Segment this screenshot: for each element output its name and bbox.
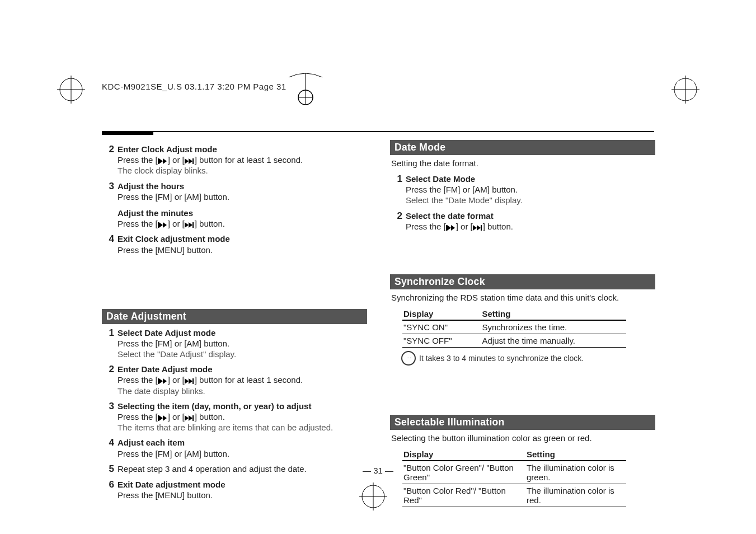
step-number: 3 <box>102 181 114 229</box>
prev-track-icon <box>158 158 168 164</box>
svg-marker-39 <box>473 225 477 231</box>
svg-marker-31 <box>159 415 163 421</box>
illumination-table: DisplaySetting "Button Color Green"/ "Bu… <box>402 448 626 507</box>
table-row: "Button Color Red"/ "Button Red"The illu… <box>402 484 626 507</box>
svg-rect-36 <box>446 225 447 231</box>
svg-marker-22 <box>189 222 192 228</box>
table-cell: Adjust the time manually. <box>481 334 626 347</box>
step-title: Exit Clock adjustment mode <box>118 234 230 243</box>
table-header: Display <box>402 448 525 461</box>
step-title: Select Date Mode <box>406 174 475 184</box>
step-number: 4 <box>102 233 114 255</box>
svg-marker-33 <box>185 415 189 421</box>
prev-track-icon <box>158 378 168 384</box>
svg-rect-12 <box>158 158 159 164</box>
svg-marker-13 <box>159 158 163 164</box>
step-text: Press the [ <box>118 155 158 165</box>
page-number: — 31 — <box>0 466 756 475</box>
right-column: Date Mode Setting the date format. 1 Sel… <box>390 140 655 510</box>
svg-marker-40 <box>477 225 481 231</box>
svg-marker-21 <box>185 222 189 228</box>
section-bar-sel-illum: Selectable Illumination <box>390 415 655 430</box>
note-icon: ⋯ <box>401 351 416 366</box>
step-number: 2 <box>102 364 114 396</box>
svg-marker-16 <box>189 158 192 164</box>
step-2: 2 Enter Clock Adjust mode Press the [] o… <box>102 144 367 176</box>
svg-marker-20 <box>163 222 167 228</box>
step-3: 3 Adjust the hours Press the [FM] or [AM… <box>102 181 367 229</box>
svg-marker-26 <box>163 378 167 384</box>
table-cell: "Button Color Red"/ "Button Red" <box>402 484 525 507</box>
prev-track-icon <box>158 222 168 228</box>
step-title: Select the date format <box>406 211 494 221</box>
step-title: Exit Date adjustment mode <box>118 480 226 489</box>
horizontal-rule <box>102 131 654 132</box>
step-title: Adjust the hours <box>118 181 184 191</box>
next-track-icon <box>473 225 483 231</box>
step-text: ] button. <box>195 412 225 421</box>
section-bar-sync-clock: Synchronize Clock <box>390 274 655 289</box>
svg-rect-41 <box>481 225 482 231</box>
section-desc: Synchronizing the RDS station time data … <box>391 293 655 302</box>
crop-mark-left-icon <box>57 76 85 104</box>
svg-marker-19 <box>159 222 163 228</box>
crop-mark-right-icon <box>672 76 699 104</box>
table-header: Display <box>402 308 481 320</box>
dm-step-1: 1 Select Date Mode Press the [FM] or [AM… <box>390 174 655 206</box>
table-header: Setting <box>525 448 626 461</box>
svg-rect-18 <box>158 222 159 228</box>
page: KDC-M9021SE_U.S 03.1.17 3:20 PM Page 31 … <box>0 0 756 534</box>
step-number: 1 <box>102 327 114 360</box>
step-note: The clock display blinks. <box>118 166 208 175</box>
next-track-icon <box>185 158 195 164</box>
step-text: ] or [ <box>456 222 473 231</box>
step-text: Press the [FM] or [AM] button. <box>118 339 229 348</box>
section-bar-date-mode: Date Mode <box>390 140 655 155</box>
next-track-icon <box>185 415 195 421</box>
step-text: Press the [ <box>118 375 158 385</box>
step-number: 2 <box>102 144 114 176</box>
table-row: "SYNC OFF"Adjust the time manually. <box>402 334 626 347</box>
next-track-icon <box>185 222 195 228</box>
section-bar-date-adjustment: Date Adjustment <box>102 309 367 324</box>
step-title: Adjust each item <box>118 438 185 447</box>
step-number: 6 <box>102 479 114 500</box>
step-subtitle: Adjust the minutes <box>118 208 193 218</box>
step-text: Press the [FM] or [AM] button. <box>406 185 518 194</box>
svg-marker-25 <box>159 378 163 384</box>
step-text: Press the [FM] or [AM] button. <box>118 449 229 458</box>
dm-step-2: 2 Select the date format Press the [] or… <box>390 210 655 232</box>
step-text: ] or [ <box>168 155 185 165</box>
da-step-2: 2 Enter Date Adjust mode Press the [] or… <box>102 364 367 396</box>
step-text: ] button for at least 1 second. <box>195 155 303 165</box>
step-note: Select the "Date Adjust" display. <box>118 349 236 359</box>
svg-rect-29 <box>192 378 194 384</box>
horizontal-rule-accent <box>102 132 153 135</box>
svg-marker-27 <box>185 378 189 384</box>
footnote-text: It takes 3 to 4 minutes to synchronize t… <box>419 354 584 363</box>
next-track-icon <box>185 378 195 384</box>
step-title: Select Date Adjust mode <box>118 328 215 338</box>
step-text: Press the [FM] or [AM] button. <box>118 192 229 202</box>
svg-marker-32 <box>163 415 167 421</box>
prev-track-icon <box>446 225 456 231</box>
step-text: ] or [ <box>168 219 185 228</box>
step-number: 3 <box>102 401 114 433</box>
section-desc: Setting the date format. <box>391 158 655 168</box>
step-title: Selecting the item (day, month, or year)… <box>118 401 311 411</box>
section-desc: Selecting the button illumination color … <box>391 433 655 443</box>
prev-track-icon <box>158 415 168 421</box>
step-number: 2 <box>390 210 402 232</box>
step-text: Press the [ <box>118 412 158 421</box>
step-text: ] or [ <box>168 412 185 421</box>
sync-clock-table: DisplaySetting "SYNC ON"Synchronizes the… <box>402 308 626 348</box>
step-text: ] or [ <box>168 375 185 385</box>
table-row: "SYNC ON"Synchronizes the time. <box>402 320 626 334</box>
da-step-6: 6 Exit Date adjustment mode Press the [M… <box>102 479 367 500</box>
svg-marker-15 <box>185 158 189 164</box>
step-text: Press the [ <box>406 222 446 231</box>
step-title: Enter Clock Adjust mode <box>118 144 217 154</box>
svg-marker-28 <box>189 378 192 384</box>
da-step-3: 3 Selecting the item (day, month, or yea… <box>102 401 367 433</box>
table-cell: The illumination color is red. <box>525 484 626 507</box>
